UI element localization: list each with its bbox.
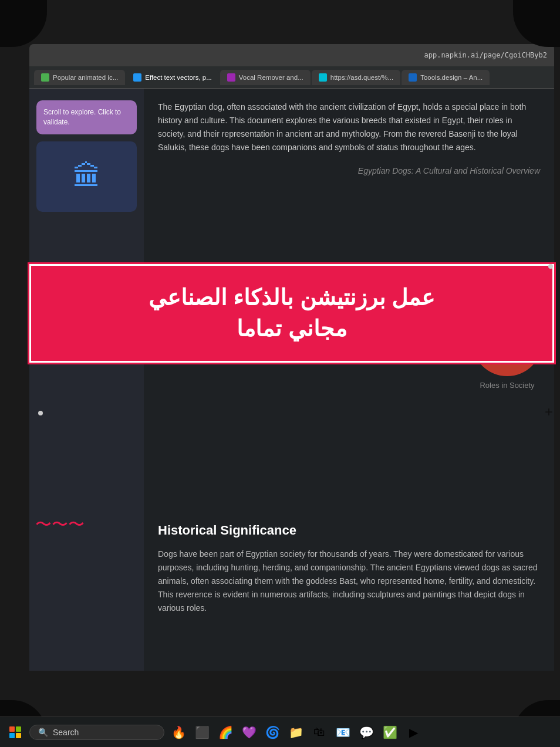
- sidebar-scroll-card[interactable]: Scroll to explore. Click to validate.: [36, 100, 137, 134]
- temple-icon: 🏛: [73, 160, 101, 192]
- taskbar-emoji-icon[interactable]: 🔥: [169, 723, 188, 742]
- content-paragraph1: The Egyptian dog, often associated with …: [158, 100, 540, 154]
- taskbar-todo[interactable]: ✅: [380, 723, 399, 742]
- whatsapp-icon: 💬: [359, 725, 374, 739]
- win-quad-yellow: [16, 733, 21, 738]
- tab-2[interactable]: Effect text vectors, p...: [126, 70, 219, 85]
- taskbar-explorer[interactable]: 📁: [286, 723, 305, 742]
- taskbar-store[interactable]: 🛍: [310, 723, 329, 742]
- taskbar-search-icon: 🔍: [38, 728, 48, 737]
- tab-4-label: https://asd.quest/%...: [330, 74, 393, 81]
- taskbar-edge[interactable]: 🌀: [263, 723, 282, 742]
- pie-chart-label: Roles in Society: [480, 381, 534, 390]
- taskbar-fire-icon: 🔥: [171, 725, 186, 739]
- store-icon: 🛍: [313, 725, 325, 739]
- taskbar-search-text: Search: [53, 728, 79, 737]
- browser-content: Scroll to explore. Click to validate. 🏛 …: [29, 89, 554, 671]
- corner-overlay-tl: [0, 0, 47, 47]
- tab-5-icon: [409, 73, 417, 82]
- red-banner-line1: عمل برزنتيشن بالذكاء الصناعي: [43, 282, 541, 313]
- tab-4-icon: [319, 73, 327, 82]
- teams-icon: 💜: [242, 725, 257, 739]
- doc-title: Egyptian Dogs: A Cultural and Historical…: [158, 166, 540, 175]
- cross-marker-br: +: [545, 405, 553, 419]
- tab-1[interactable]: Popular animated ic...: [34, 70, 125, 85]
- dot-marker-bl: [38, 411, 43, 415]
- outlook-icon: 📧: [336, 725, 350, 739]
- tab-bar: Popular animated ic... Effect text vecto…: [29, 66, 554, 89]
- red-banner-line2: مجاني تماما: [43, 313, 541, 344]
- taskbar-whatsapp[interactable]: 💬: [357, 723, 376, 742]
- url-text: app.napkin.ai/page/CgoiCHByb2: [424, 51, 547, 59]
- win-quad-green: [16, 726, 21, 732]
- task-switcher-icon: ⬛: [195, 725, 210, 739]
- taskbar-copilot[interactable]: 🌈: [216, 723, 235, 742]
- win-quad-blue: [9, 733, 15, 738]
- historical-heading: Historical Significance: [158, 523, 540, 538]
- zigzag-bottom: 〜〜〜: [35, 513, 85, 536]
- tab-3-icon: [227, 73, 235, 82]
- taskbar-teams[interactable]: 💜: [239, 723, 258, 742]
- historical-body: Dogs have been part of Egyptian society …: [158, 547, 540, 615]
- edge-icon: 🌀: [265, 725, 280, 739]
- explorer-icon: 📁: [289, 725, 303, 739]
- sidebar-card-text: Scroll to explore. Click to validate.: [43, 108, 121, 126]
- tab-2-label: Effect text vectors, p...: [145, 74, 212, 81]
- left-sidebar: Scroll to explore. Click to validate. 🏛: [29, 89, 144, 671]
- windows-logo: [9, 726, 21, 738]
- copilot-icon: 🌈: [218, 725, 233, 739]
- tab-3-label: Vocal Remover and...: [239, 74, 303, 81]
- win-quad-red: [9, 726, 15, 732]
- taskbar-search-bar[interactable]: 🔍 Search: [29, 725, 164, 740]
- tab-3[interactable]: Vocal Remover and...: [220, 70, 311, 85]
- tab-2-icon: [133, 73, 141, 82]
- red-banner: عمل برزنتيشن بالذكاء الصناعي مجاني تماما: [29, 264, 554, 363]
- tab-1-label: Popular animated ic...: [53, 74, 118, 81]
- historical-section: Historical Significance Dogs have been p…: [144, 511, 554, 627]
- sidebar-temple-box: 🏛: [36, 141, 137, 212]
- taskbar-outlook[interactable]: 📧: [333, 723, 352, 742]
- media-icon: ▶: [409, 725, 418, 739]
- windows-start-button[interactable]: [6, 723, 25, 742]
- tab-5-label: Toools.design – An...: [420, 74, 483, 81]
- taskbar-media[interactable]: ▶: [404, 723, 423, 742]
- todo-icon: ✅: [383, 725, 397, 739]
- tab-5[interactable]: Toools.design – An...: [402, 70, 490, 85]
- taskbar-task-switcher[interactable]: ⬛: [193, 723, 211, 742]
- corner-overlay-tr: [513, 0, 560, 47]
- taskbar: 🔍 Search 🔥 ⬛ 🌈 💜 🌀 📁 🛍 📧 💬 ✅ ▶: [0, 716, 560, 747]
- tab-4[interactable]: https://asd.quest/%...: [312, 70, 400, 85]
- url-bar[interactable]: app.napkin.ai/page/CgoiCHByb2: [29, 44, 554, 66]
- dot-marker-tr: [548, 264, 553, 269]
- tab-1-icon: [41, 73, 49, 82]
